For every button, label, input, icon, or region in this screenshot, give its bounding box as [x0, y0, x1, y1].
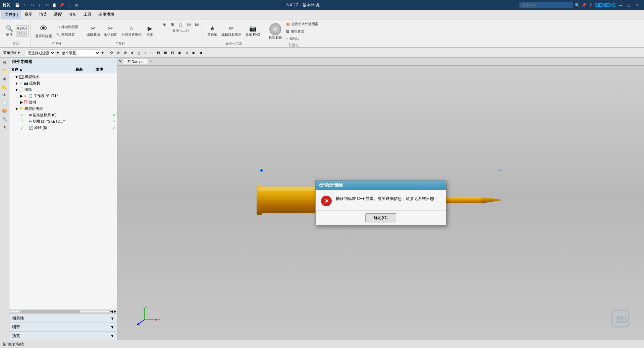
tb-icon-7[interactable]: □: [149, 50, 155, 56]
ribbon-icon-btn-1[interactable]: ◈: [161, 21, 168, 27]
sketch-check: ✓: [20, 120, 24, 124]
menu-assembly[interactable]: 装配: [51, 10, 65, 19]
paste-icon[interactable]: 📌: [59, 2, 64, 8]
dialog-ok-button[interactable]: 确定(O): [365, 213, 396, 222]
tab-close-x[interactable]: ✕: [119, 59, 122, 64]
tree-item-camera[interactable]: ▼ ✓ 📷 摄像机: [9, 80, 117, 86]
copy-icon[interactable]: 📋: [52, 2, 57, 8]
close-button[interactable]: ✕: [634, 2, 641, 8]
ribbon-icon-btn-2[interactable]: ⊕: [169, 21, 176, 27]
search-input[interactable]: [520, 2, 573, 8]
sidebar-icon-3d[interactable]: ⊕: [1, 75, 8, 82]
ribbon-btn-true-shading[interactable]: 真实着色: [267, 22, 284, 41]
tree-item-expired[interactable]: ▶ ⏰ 过时: [9, 99, 117, 106]
switch-window-icon[interactable]: ⊞: [74, 2, 79, 8]
menu-tools[interactable]: 工具: [80, 10, 95, 19]
undo-icon[interactable]: ↩: [22, 2, 28, 8]
tb-icon-4[interactable]: ◈: [129, 50, 135, 56]
part-nav-expand-icon[interactable]: □: [112, 60, 114, 64]
ribbon-btn-art-appearance[interactable]: 🎨 提提艺术外观图案: [284, 21, 320, 27]
ribbon-btn-zoom[interactable]: 🔍 缩放: [3, 23, 15, 38]
ribbon-btn-prefs[interactable]: ★ 首选项: [206, 23, 219, 38]
redo-icon[interactable]: ↪: [30, 2, 35, 8]
tb-icon-8[interactable]: ⊠: [155, 50, 162, 56]
tb-icon-3[interactable]: ⊗: [122, 50, 128, 56]
help-icon[interactable]: ❓: [588, 2, 593, 8]
sidebar-icon-tool[interactable]: 🔧: [1, 115, 8, 123]
ribbon-btn-show-hide[interactable]: 👁 显示和隐藏: [34, 22, 54, 40]
tb-icon-2[interactable]: ⊕: [115, 50, 121, 56]
minimize-button[interactable]: ─: [617, 2, 624, 8]
ribbon-btn-layer-settings[interactable]: 🔧 图层设置: [54, 31, 80, 38]
selection-filter-select[interactable]: 无选择过滤器: [26, 50, 55, 56]
menu-render[interactable]: 渲染: [36, 10, 51, 19]
viewport-tab-zidan[interactable]: Zi Dan.prt: [123, 59, 148, 64]
edit-section-icon: ✂: [89, 24, 97, 32]
sidebar-icon-color[interactable]: 🎨: [1, 107, 8, 115]
zoom-out-btn[interactable]: -: [22, 31, 27, 36]
menu-dropdown-btn[interactable]: 菜单(M) ▼: [1, 50, 22, 56]
ribbon-btn-edit-obj[interactable]: ✏ 编辑对象显示: [220, 23, 243, 38]
menu-view[interactable]: 视图: [21, 10, 36, 19]
tab-close-btn[interactable]: ✕: [149, 60, 152, 63]
ribbon-icon-btn-4[interactable]: ◎: [185, 21, 193, 27]
tb-icon-1[interactable]: ⟲: [108, 50, 114, 56]
sidebar-icon-settings[interactable]: ⚙: [1, 59, 8, 66]
tree-item-history[interactable]: ▼ 📁 模型历史录: [9, 106, 117, 112]
menu-file[interactable]: 文件(F): [1, 10, 21, 19]
sidebar-icon-star[interactable]: ★: [1, 123, 8, 131]
tb-icon-14[interactable]: ◀: [198, 50, 204, 56]
scroll-right-btn[interactable]: ▶: [114, 309, 116, 313]
ribbon-btn-face-edge[interactable]: □ 面的边: [284, 36, 320, 42]
scope-select[interactable]: 整个装配: [60, 50, 100, 56]
sidebar-icon-clock[interactable]: 🕐: [1, 99, 8, 107]
scroll-left-btn[interactable]: ◀: [110, 309, 113, 313]
ribbon-btn-edit-bg[interactable]: 🖼 编辑背景: [284, 28, 320, 35]
ribbon-btn-more[interactable]: ▶ 更多: [144, 23, 156, 38]
tree-item-revolve[interactable]: ✓ 🔄 旋转 (6) ✓: [9, 125, 117, 131]
zoom-in-btn[interactable]: +: [17, 31, 22, 36]
menu-modules[interactable]: 应用模块: [95, 10, 118, 19]
panel-relevance[interactable]: 相关性 ▼: [9, 314, 117, 323]
tree-item-sketch[interactable]: ✓ ✏ 草图 (1) *SKETC...* ✓: [9, 118, 117, 125]
tb-icon-10[interactable]: ⊟: [169, 50, 176, 56]
tb-icon-5[interactable]: △: [136, 50, 142, 56]
sidebar-icon-view[interactable]: 👁: [1, 91, 8, 98]
ribbon-btn-edit-section[interactable]: ✂ 编辑截面: [85, 23, 102, 38]
ribbon-btn-all-transparent[interactable]: ○ 全部通透显示: [120, 23, 143, 38]
expand-icon: ▼: [15, 75, 18, 79]
panel-details[interactable]: 细节 ▼: [9, 323, 117, 331]
search-icon[interactable]: 🔍: [575, 2, 580, 8]
icon-4: ◎: [187, 21, 191, 27]
window-icon[interactable]: □: [81, 2, 87, 8]
error-icon: ✕: [321, 196, 332, 206]
ribbon-btn-export-png[interactable]: 📷 导出 PNG: [244, 23, 262, 38]
ribbon-icon-btn-5[interactable]: ⊟: [193, 21, 201, 27]
restore-button[interactable]: □: [626, 2, 632, 8]
ribbon-icon-btn-3[interactable]: △: [177, 21, 184, 27]
scrollbar-thumb[interactable]: [20, 310, 80, 312]
ribbon-btn-clip-section[interactable]: ✂ 剪切截面: [102, 23, 119, 38]
panel-preview[interactable]: 预览 ▼: [9, 331, 117, 340]
sidebar-icon-nav[interactable]: 📁: [1, 67, 8, 74]
tree-item-sheet1[interactable]: ▶ ✕ 📋 工作表 *SHT1*: [9, 93, 117, 99]
tb-icon-11[interactable]: ◉: [176, 50, 183, 56]
cut-icon[interactable]: ✂: [44, 2, 50, 8]
tree-item-model-views[interactable]: ▼ 🔲 模型视图: [9, 74, 117, 80]
true-shading-icon: [269, 23, 281, 35]
menu-analysis[interactable]: 分析: [65, 10, 80, 19]
sidebar-icon-measure[interactable]: 📐: [1, 83, 8, 90]
tb-icon-13[interactable]: ▶: [191, 50, 197, 56]
tb-icon-9[interactable]: ⊞: [162, 50, 169, 56]
tb-icon-6[interactable]: ○: [143, 50, 148, 56]
tree-item-drawings[interactable]: ▼ 📄 图纸: [9, 86, 117, 93]
pin-icon[interactable]: 📌: [581, 2, 587, 8]
history-label: 模型历史录: [24, 106, 43, 111]
left-sidebar: ⚙ 📁 ⊕ 📐 👁 🕐 🎨 🔧 ★: [0, 58, 9, 340]
tree-item-datum[interactable]: ✓ ⊕ 基准坐标系 (0) ✓: [9, 112, 117, 118]
camera-expand-icon: ▼: [15, 81, 18, 85]
quick-save-icon[interactable]: 💾: [15, 2, 20, 8]
title-bar-center: NX 12 - 基本环境: [286, 2, 320, 8]
ribbon-btn-move-layer[interactable]: 📋 移动到图层: [54, 24, 80, 30]
tb-icon-12[interactable]: ⊕: [184, 50, 190, 56]
